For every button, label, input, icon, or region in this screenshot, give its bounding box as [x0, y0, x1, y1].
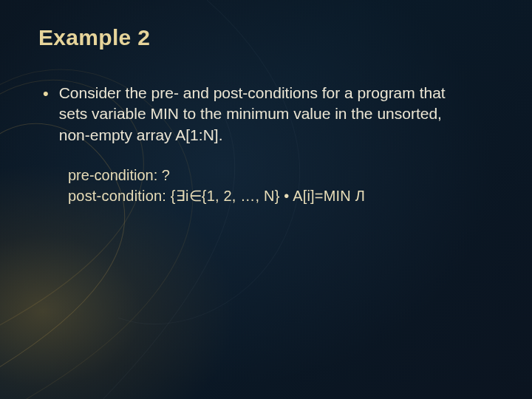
slide-content: Example 2 • Consider the pre- and post-c…: [0, 0, 532, 207]
conditions-block: pre-condition: ? post-condition: {∃i∈{1,…: [68, 165, 494, 207]
bullet-item: • Consider the pre- and post-conditions …: [43, 83, 494, 146]
bullet-text: Consider the pre- and post-conditions fo…: [59, 83, 473, 146]
postcondition-line: post-condition: {∃i∈{1, 2, …, N} • A[i]=…: [68, 185, 494, 206]
slide-title: Example 2: [38, 25, 494, 50]
precondition-line: pre-condition: ?: [68, 165, 494, 185]
bullet-marker: •: [43, 83, 49, 146]
